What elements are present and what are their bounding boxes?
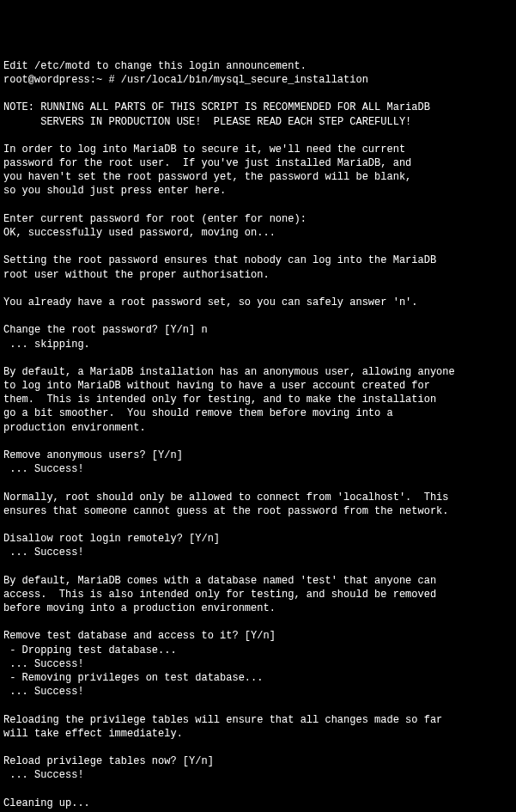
- output-line: you haven't set the root password yet, t…: [3, 171, 411, 183]
- output-line: ... skipping.: [3, 339, 90, 351]
- output-line: OK, successfully used password, moving o…: [3, 227, 276, 239]
- output-line: production environment.: [3, 422, 146, 434]
- output-line: Normally, root should only be allowed to…: [3, 491, 448, 504]
- output-line: ... Success!: [3, 658, 84, 670]
- prompt-disallow-remote: Disallow root login remotely? [Y/n]: [3, 533, 220, 545]
- shell-prompt: root@wordpress:~ #: [3, 74, 115, 86]
- prompt-enter-password: Enter current password for root (enter f…: [3, 213, 307, 225]
- output-line: - Removing privileges on test database..…: [3, 672, 263, 684]
- output-line: You already have a root password set, so…: [3, 296, 417, 308]
- output-line: ensures that someone cannot guess at the…: [3, 505, 448, 517]
- prompt-remove-testdb: Remove test database and access to it? […: [3, 630, 276, 642]
- output-line: them. This is intended only for testing,…: [3, 394, 436, 406]
- output-line: NOTE: RUNNING ALL PARTS OF THIS SCRIPT I…: [3, 101, 430, 113]
- motd-line: Edit /etc/motd to change this login anno…: [3, 60, 307, 72]
- output-line: By default, a MariaDB installation has a…: [3, 366, 455, 378]
- output-line: will take effect immediately.: [3, 728, 183, 740]
- output-line: - Dropping test database...: [3, 644, 177, 656]
- output-line: In order to log into MariaDB to secure i…: [3, 143, 405, 156]
- prompt-reload-privileges: Reload privilege tables now? [Y/n]: [3, 755, 214, 767]
- output-line: before moving into a production environm…: [3, 602, 276, 614]
- output-line: to log into MariaDB without having to ha…: [3, 380, 430, 392]
- terminal-output[interactable]: Edit /etc/motd to change this login anno…: [3, 59, 513, 812]
- output-line: By default, MariaDB comes with a databas…: [3, 575, 436, 587]
- output-line: ... Success!: [3, 463, 84, 475]
- output-line: so you should just press enter here.: [3, 185, 226, 197]
- prompt-remove-anonymous: Remove anonymous users? [Y/n]: [3, 449, 183, 461]
- output-line: ... Success!: [3, 769, 84, 781]
- prompt-change-password: Change the root password? [Y/n] n: [3, 324, 208, 336]
- output-line: ... Success!: [3, 546, 84, 559]
- command-text: /usr/local/bin/mysql_secure_installation: [115, 74, 368, 86]
- output-line: SERVERS IN PRODUCTION USE! PLEASE READ E…: [3, 116, 411, 128]
- output-line: Setting the root password ensures that n…: [3, 254, 436, 266]
- output-line: root user without the proper authorisati…: [3, 269, 270, 281]
- output-line: Reloading the privilege tables will ensu…: [3, 714, 442, 726]
- output-line: go a bit smoother. You should remove the…: [3, 407, 393, 419]
- output-line: password for the root user. If you've ju…: [3, 157, 411, 169]
- output-line: Cleaning up...: [3, 797, 90, 809]
- output-line: ... Success!: [3, 686, 84, 698]
- output-line: access. This is also intended only for t…: [3, 589, 436, 601]
